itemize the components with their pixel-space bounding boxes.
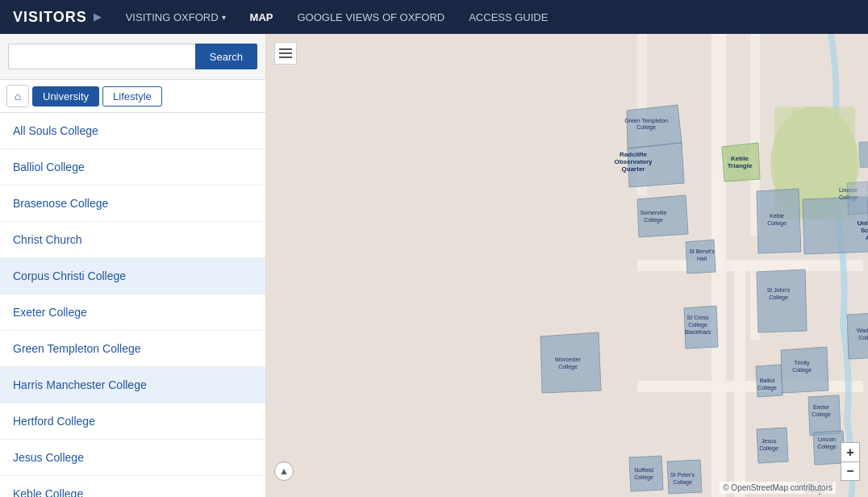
svg-text:College: College — [636, 124, 656, 131]
sidebar: Search ⌂ University Lifestyle All Souls … — [0, 34, 266, 497]
svg-text:St Benet's: St Benet's — [689, 248, 715, 254]
search-input[interactable] — [8, 44, 195, 69]
svg-marker-37 — [859, 141, 868, 168]
search-area: Search — [0, 34, 265, 80]
nav-item-access-guide[interactable]: ACCESS GUIDE — [469, 11, 548, 23]
svg-text:St Cross: St Cross — [687, 315, 709, 320]
search-button[interactable]: Search — [195, 44, 257, 69]
svg-text:College: College — [769, 294, 788, 301]
svg-rect-4 — [637, 381, 863, 392]
map-zoom-controls: + − — [841, 442, 860, 481]
menu-line — [279, 48, 292, 50]
svg-text:Exeter: Exeter — [813, 404, 830, 410]
main-container: Search ⌂ University Lifestyle All Souls … — [0, 34, 868, 497]
svg-text:College: College — [767, 220, 787, 227]
tab-university[interactable]: University — [32, 86, 99, 106]
arrow-icon: ▲ — [279, 466, 289, 477]
map-attribution: © OpenStreetMap contributors — [720, 482, 836, 494]
svg-text:Science: Science — [861, 227, 868, 234]
college-list-item[interactable]: Hertford College — [0, 403, 265, 440]
logo-arrow: ▶ — [94, 11, 102, 23]
svg-text:Trinity: Trinity — [795, 360, 810, 366]
svg-text:Blackfriars: Blackfriars — [685, 329, 712, 335]
map-svg: Radcliffe Observatory Quarter Green Temp… — [266, 34, 868, 497]
svg-text:College: College — [817, 444, 837, 450]
svg-text:Hall: Hall — [697, 256, 707, 261]
svg-text:College: College — [757, 385, 777, 391]
svg-text:College: College — [688, 322, 707, 328]
svg-marker-19 — [757, 269, 807, 332]
svg-marker-34 — [629, 456, 663, 491]
svg-text:Green Templeton: Green Templeton — [624, 118, 668, 124]
college-list-item[interactable]: Brasenose College — [0, 186, 265, 222]
svg-rect-6 — [734, 260, 745, 392]
college-list: All Souls CollegeBalliol CollegeBrasenos… — [0, 113, 265, 497]
college-list-item[interactable]: Keble College — [0, 476, 265, 497]
college-list-item[interactable]: Exeter College — [0, 294, 265, 331]
svg-rect-5 — [734, 381, 745, 497]
svg-text:Keble: Keble — [731, 155, 749, 162]
svg-text:College: College — [812, 411, 831, 418]
svg-text:Somerville: Somerville — [641, 210, 667, 215]
college-list-item[interactable]: Green Templeton College — [0, 331, 265, 367]
college-list-item[interactable]: Harris Manchester College — [0, 367, 265, 403]
svg-text:College: College — [759, 445, 778, 452]
svg-marker-97 — [847, 182, 868, 215]
svg-text:Quarter: Quarter — [622, 165, 645, 173]
svg-text:Nuffield: Nuffield — [634, 467, 653, 473]
svg-text:College: College — [634, 474, 653, 481]
map-menu-button[interactable] — [274, 42, 297, 65]
svg-text:College: College — [858, 335, 868, 341]
map-area[interactable]: Radcliffe Observatory Quarter Green Temp… — [266, 34, 868, 497]
zoom-in-button[interactable]: + — [841, 442, 860, 461]
tabs-bar: ⌂ University Lifestyle — [0, 80, 265, 113]
college-list-item[interactable]: Balliol College — [0, 149, 265, 186]
top-navigation: VISITORS ▶ VISITING OXFORD ▾ MAP GOOGLE … — [0, 0, 868, 34]
svg-text:Radcliffe: Radcliffe — [620, 151, 647, 158]
svg-text:Keble: Keble — [770, 213, 784, 219]
nav-item-visiting-oxford[interactable]: VISITING OXFORD ▾ — [126, 11, 226, 23]
svg-text:College: College — [644, 217, 663, 223]
college-list-item[interactable]: All Souls College — [0, 113, 265, 149]
svg-text:Worcester: Worcester — [555, 357, 581, 362]
svg-text:Observatory: Observatory — [614, 158, 653, 165]
college-list-item[interactable]: Corpus Christi College — [0, 258, 265, 294]
tab-lifestyle[interactable]: Lifestyle — [102, 86, 162, 106]
svg-marker-14 — [637, 195, 688, 237]
site-logo: VISITORS ▶ — [13, 9, 102, 26]
svg-text:St Peter's: St Peter's — [670, 472, 695, 478]
svg-text:College: College — [558, 364, 578, 370]
svg-marker-22 — [540, 332, 601, 393]
college-list-item[interactable]: Christ Church — [0, 222, 265, 258]
svg-text:College: College — [792, 367, 812, 374]
svg-text:University: University — [858, 219, 868, 227]
zoom-out-button[interactable]: − — [841, 461, 860, 481]
svg-text:Lincoln: Lincoln — [818, 436, 836, 442]
logo-text: VISITORS — [13, 9, 87, 26]
svg-text:Jesus: Jesus — [762, 438, 777, 444]
search-bar: Search — [8, 44, 257, 69]
menu-line — [279, 56, 292, 58]
map-north-arrow[interactable]: ▲ — [274, 461, 294, 481]
nav-item-google-views[interactable]: GOOGLE VIEWS OF OXFORD — [297, 11, 444, 23]
svg-text:Balliol: Balliol — [760, 378, 775, 383]
nav-item-map[interactable]: MAP — [250, 11, 273, 23]
svg-text:St John's: St John's — [767, 287, 791, 293]
chevron-down-icon: ▾ — [222, 13, 226, 22]
home-tab[interactable]: ⌂ — [6, 85, 29, 107]
svg-text:Wadham: Wadham — [857, 328, 868, 333]
menu-line — [279, 52, 292, 54]
home-icon: ⌂ — [15, 90, 21, 102]
college-list-item[interactable]: Jesus College — [0, 440, 265, 476]
svg-text:Triangle: Triangle — [728, 162, 753, 169]
svg-text:College: College — [673, 479, 692, 486]
